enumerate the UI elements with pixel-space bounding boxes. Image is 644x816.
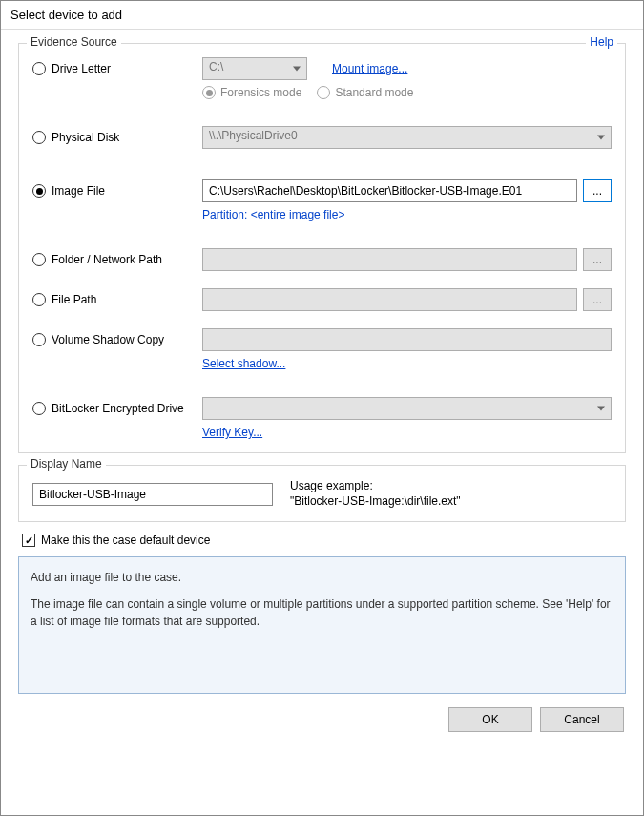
radio-folder-path-label[interactable]: Folder / Network Path <box>52 253 162 266</box>
file-path-input[interactable] <box>202 288 577 311</box>
radio-physical-disk[interactable] <box>32 131 46 144</box>
select-shadow-link[interactable]: Select shadow... <box>202 357 285 370</box>
window-title: Select device to add <box>10 8 122 22</box>
drive-letter-combo[interactable]: C:\ <box>202 57 307 80</box>
radio-folder-path[interactable] <box>32 253 46 266</box>
radio-physical-disk-label[interactable]: Physical Disk <box>52 131 119 144</box>
display-name-group: Display Name Usage example: "Bitlocker-U… <box>18 465 626 522</box>
image-file-browse-button[interactable]: ... <box>583 179 612 202</box>
mount-image-link[interactable]: Mount image... <box>332 62 407 75</box>
info-line-1: Add an image file to the case. <box>31 569 613 586</box>
folder-path-browse-button[interactable]: ... <box>583 248 612 271</box>
folder-path-input[interactable] <box>202 248 577 271</box>
radio-bitlocker-label[interactable]: BitLocker Encrypted Drive <box>52 402 184 415</box>
usage-example-text: "Bitlocker-USB-Image:\dir\file.ext" <box>290 494 461 508</box>
window-titlebar: Select device to add <box>1 1 643 30</box>
info-panel: Add an image file to the case. The image… <box>18 556 626 694</box>
radio-standard-mode <box>317 86 330 99</box>
radio-file-path[interactable] <box>32 293 46 306</box>
bitlocker-combo[interactable] <box>202 397 612 420</box>
evidence-source-label: Evidence Source <box>27 35 121 49</box>
radio-drive-letter[interactable] <box>32 62 46 75</box>
usage-example-label: Usage example: <box>290 479 461 492</box>
image-file-input[interactable] <box>202 179 577 202</box>
display-name-group-label: Display Name <box>27 457 106 471</box>
radio-shadow-copy[interactable] <box>32 333 46 346</box>
standard-mode-label: Standard mode <box>335 86 413 99</box>
verify-key-link[interactable]: Verify Key... <box>202 426 262 439</box>
shadow-copy-input[interactable] <box>202 328 612 351</box>
radio-shadow-copy-label[interactable]: Volume Shadow Copy <box>52 333 164 346</box>
evidence-source-group: Evidence Source Help Drive Letter C:\ Mo… <box>18 43 626 453</box>
default-device-checkbox[interactable] <box>22 534 35 547</box>
radio-image-file[interactable] <box>32 184 46 198</box>
radio-bitlocker[interactable] <box>32 402 46 415</box>
physical-disk-combo[interactable]: \\.\PhysicalDrive0 <box>202 126 612 149</box>
display-name-input[interactable] <box>32 483 273 506</box>
cancel-button[interactable]: Cancel <box>540 707 624 732</box>
help-link[interactable]: Help <box>586 35 617 49</box>
info-line-2: The image file can contain a single volu… <box>31 596 613 630</box>
file-path-browse-button[interactable]: ... <box>583 288 612 311</box>
ok-button[interactable]: OK <box>448 707 532 732</box>
radio-image-file-label[interactable]: Image File <box>52 184 105 198</box>
radio-file-path-label[interactable]: File Path <box>52 293 96 306</box>
radio-forensics-mode <box>202 86 216 99</box>
forensics-mode-label: Forensics mode <box>220 86 301 99</box>
radio-drive-letter-label[interactable]: Drive Letter <box>52 62 111 75</box>
dialog-content: Evidence Source Help Drive Letter C:\ Mo… <box>1 30 643 732</box>
partition-link[interactable]: Partition: <entire image file> <box>202 208 344 221</box>
default-device-checkbox-label[interactable]: Make this the case default device <box>41 534 210 547</box>
